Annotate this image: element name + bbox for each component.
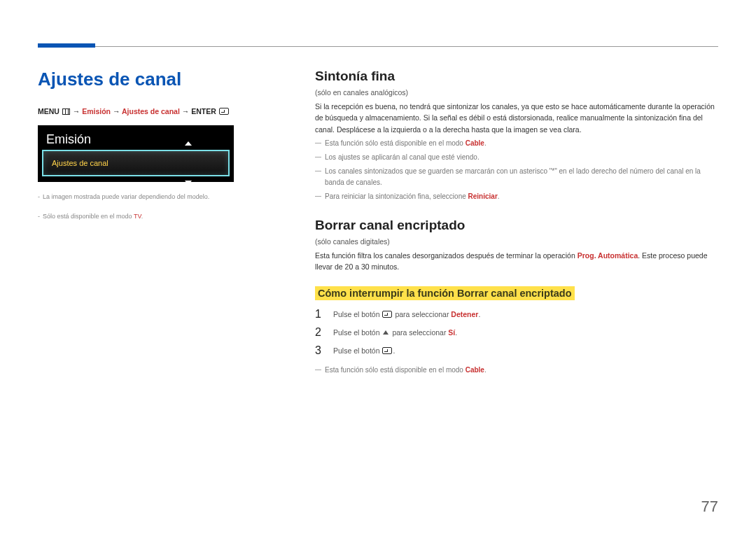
section-1-paren: (sólo en canales analógicos) (315, 88, 718, 97)
tv-preview: Emisión Ajustes de canal (38, 125, 234, 182)
footnote-2: -Sólo está disponible en el modo TV. (38, 211, 276, 221)
arrow: → (113, 107, 122, 115)
footnote-2-pre: Sólo está disponible en el modo (43, 213, 134, 220)
footnote-2-accent: TV (134, 213, 141, 220)
section-2-note-1: Esta función sólo está disponible en el … (315, 365, 718, 376)
page-number: 77 (701, 498, 718, 516)
tv-arrows (185, 141, 192, 185)
footnote-1: -La imagen mostrada puede variar dependi… (38, 192, 276, 202)
tv-row-label: Ajustes de canal (52, 159, 108, 167)
enter-icon (382, 311, 392, 318)
menu-path-seg1: Emisión (82, 107, 111, 115)
tv-preview-title: Emisión (38, 128, 234, 150)
menu-path: MENU → Emisión → Ajustes de canal → ENTE… (38, 107, 276, 115)
section-1-note-2: Los ajustes se aplicarán al canal que es… (315, 152, 718, 163)
step-3: Pulse el botón . (315, 346, 718, 355)
section-2-paren: (sólo canales digitales) (315, 237, 718, 246)
step-1: Pulse el botón para seleccionar Detener. (315, 310, 718, 318)
chevron-down-icon (185, 181, 192, 185)
enter-icon (219, 108, 229, 115)
menu-path-prefix: MENU (38, 107, 62, 115)
section-1-note-1: Esta función sólo está disponible en el … (315, 138, 718, 149)
menu-icon (62, 108, 70, 115)
steps-list: Pulse el botón para seleccionar Detener.… (315, 310, 718, 355)
section-1-title: Sintonía fina (315, 69, 718, 84)
section-1-note-4: Para reiniciar la sintonización fina, se… (315, 191, 718, 202)
step-2: Pulse el botón para seleccionar Sí. (315, 328, 718, 337)
header-accent (38, 43, 95, 48)
section-1-body: Si la recepción es buena, no tendrá que … (315, 101, 718, 135)
section-2-subheading: Cómo interrumpir la función Borrar canal… (315, 286, 575, 300)
arrow: → (182, 107, 191, 115)
page-title: Ajustes de canal (38, 69, 276, 90)
enter-icon (382, 347, 392, 354)
arrow: → (73, 107, 82, 115)
section-2-body: Esta función filtra los canales desorgan… (315, 250, 718, 273)
right-column: Sintonía fina (sólo en canales analógico… (315, 69, 718, 376)
menu-path-suffix: ENTER (191, 107, 218, 115)
menu-path-seg2: Ajustes de canal (122, 107, 180, 115)
footnote-1-text: La imagen mostrada puede variar dependie… (43, 193, 209, 200)
tv-selected-row: Ajustes de canal (42, 150, 230, 176)
section-1-note-3: Los canales sintonizados que se guarden … (315, 166, 718, 188)
triangle-up-icon (383, 330, 388, 335)
header-rule (38, 46, 718, 47)
section-2-title: Borrar canal encriptado (315, 218, 718, 233)
chevron-up-icon (185, 141, 192, 146)
footnote-2-post: . (141, 213, 144, 220)
left-column: Ajustes de canal MENU → Emisión → Ajuste… (38, 69, 276, 376)
